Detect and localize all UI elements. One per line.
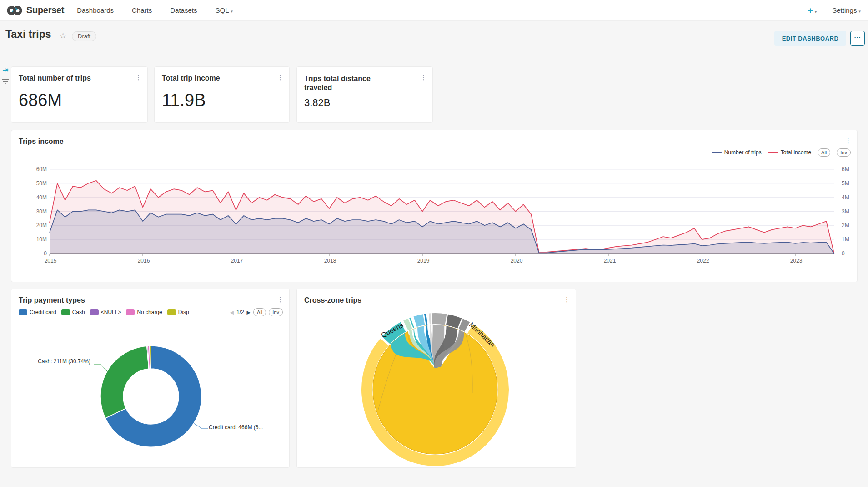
legend-swatch <box>126 309 135 315</box>
kpi-title: Trips total distance traveled <box>304 74 400 92</box>
svg-text:30M: 30M <box>36 208 47 215</box>
chevron-down-icon: ▾ <box>231 9 233 14</box>
svg-text:2023: 2023 <box>790 258 803 264</box>
svg-text:4M: 4M <box>842 194 849 201</box>
superset-logo[interactable]: Superset <box>6 4 64 17</box>
svg-text:2020: 2020 <box>511 258 523 264</box>
svg-text:2015: 2015 <box>45 258 57 264</box>
dashboard-more-button[interactable]: ··· <box>850 31 865 46</box>
legend-all-button[interactable]: All <box>253 308 266 316</box>
status-badge: Draft <box>72 31 96 41</box>
svg-text:6M: 6M <box>842 166 849 172</box>
legend-next-icon[interactable]: ▶ <box>247 309 251 315</box>
nav-right: +▾ Settings▾ <box>808 5 861 15</box>
favorite-star-icon[interactable]: ☆ <box>60 31 66 40</box>
chevron-down-icon: ▾ <box>858 9 861 14</box>
legend-prev-icon[interactable]: ◀ <box>230 309 233 315</box>
kebab-menu-icon[interactable]: ⋮ <box>277 73 284 81</box>
payment-types-card: Trip payment types ⋮ Credit card Cash <N… <box>11 289 290 468</box>
nav-item-sql[interactable]: SQL▾ <box>215 6 233 14</box>
top-nav: Superset Dashboards Charts Datasets SQL▾… <box>0 0 868 21</box>
svg-text:2018: 2018 <box>324 258 336 264</box>
nav-item-dashboards[interactable]: Dashboards <box>77 6 114 14</box>
svg-text:10M: 10M <box>36 236 47 243</box>
kebab-menu-icon[interactable]: ⋮ <box>277 295 284 304</box>
payment-legend: Credit card Cash <NULL> No charge Disp ◀… <box>19 308 283 316</box>
kpi-title: Total trip income <box>162 74 220 82</box>
expand-filter-bar-icon[interactable]: ⇥ <box>2 66 8 74</box>
svg-text:50M: 50M <box>36 180 47 187</box>
payment-donut-chart[interactable] <box>11 321 289 467</box>
plus-icon: + <box>808 5 813 15</box>
legend-swatch <box>90 309 99 315</box>
kpi-card-total-trips: Total number of trips ⋮ 686M <box>11 66 148 123</box>
nav-item-datasets[interactable]: Datasets <box>170 6 197 14</box>
cross-zone-chord-chart[interactable]: QueensManhattan <box>297 289 576 467</box>
svg-text:0: 0 <box>842 250 845 257</box>
svg-text:5M: 5M <box>842 180 849 187</box>
filter-dot <box>5 83 6 84</box>
svg-text:3M: 3M <box>842 208 849 215</box>
cross-zone-card: Cross-zone trips ⋮ QueensManhattan <box>296 289 576 468</box>
legend-item-no-charge[interactable]: No charge <box>126 309 162 315</box>
kpi-value: 3.82B <box>304 97 331 109</box>
settings-menu[interactable]: Settings▾ <box>832 6 861 15</box>
new-item-button[interactable]: +▾ <box>808 5 817 15</box>
page-title: Taxi trips <box>5 28 51 41</box>
legend-item-disp[interactable]: Disp <box>167 309 189 315</box>
svg-text:2021: 2021 <box>604 258 616 264</box>
kebab-menu-icon[interactable]: ⋮ <box>135 73 142 81</box>
chart-title: Trip payment types <box>19 296 85 304</box>
svg-text:40M: 40M <box>36 194 47 201</box>
legend-item-null[interactable]: <NULL> <box>90 309 121 315</box>
kpi-card-trip-income: Total trip income ⋮ 11.9B <box>154 66 290 123</box>
legend-swatch <box>19 309 27 315</box>
svg-text:2022: 2022 <box>697 258 709 264</box>
dashboard-header: Taxi trips ☆ Draft <box>0 21 868 50</box>
legend-swatch <box>167 309 176 315</box>
kpi-value: 686M <box>19 91 62 110</box>
filter-bar-1 <box>2 79 9 80</box>
svg-text:2M: 2M <box>842 222 849 228</box>
trips-income-card: Trips income ⋮ Number of trips Total inc… <box>11 130 858 282</box>
svg-text:60M: 60M <box>36 166 47 172</box>
kebab-menu-icon[interactable]: ⋮ <box>420 73 427 81</box>
kpi-value: 11.9B <box>162 91 206 110</box>
trips-income-chart[interactable]: 60M6M50M5M40M4M30M3M20M2M10M1M0020152016… <box>11 130 857 282</box>
svg-text:2019: 2019 <box>417 258 430 264</box>
superset-infinity-icon <box>6 4 23 17</box>
filter-icon[interactable] <box>2 79 9 84</box>
legend-item-credit-card[interactable]: Credit card <box>19 309 56 315</box>
svg-text:2017: 2017 <box>231 258 243 264</box>
nav-menu: Dashboards Charts Datasets SQL▾ <box>77 6 233 14</box>
legend-item-cash[interactable]: Cash <box>61 309 85 315</box>
filter-bar-2 <box>3 81 8 82</box>
chevron-down-icon: ▾ <box>815 10 817 14</box>
legend-pager: ◀ 1/2 ▶ All Inv <box>230 308 283 316</box>
svg-text:2016: 2016 <box>138 258 150 264</box>
nav-item-charts[interactable]: Charts <box>132 6 152 14</box>
edit-dashboard-button[interactable]: EDIT DASHBOARD <box>774 31 846 46</box>
svg-text:0: 0 <box>44 250 47 257</box>
legend-page-number: 1/2 <box>236 309 244 315</box>
legend-swatch <box>61 309 70 315</box>
svg-text:20M: 20M <box>36 222 47 228</box>
legend-inv-button[interactable]: Inv <box>269 308 283 316</box>
donut-callout-cash: Cash: 211M (30.74%) <box>38 358 90 365</box>
kpi-title: Total number of trips <box>19 74 91 82</box>
donut-callout-credit: Credit card: 466M (6... <box>209 424 263 431</box>
kpi-card-total-distance: Trips total distance traveled ⋮ 3.82B <box>296 66 433 123</box>
svg-text:1M: 1M <box>842 236 849 243</box>
brand-name: Superset <box>26 5 64 15</box>
